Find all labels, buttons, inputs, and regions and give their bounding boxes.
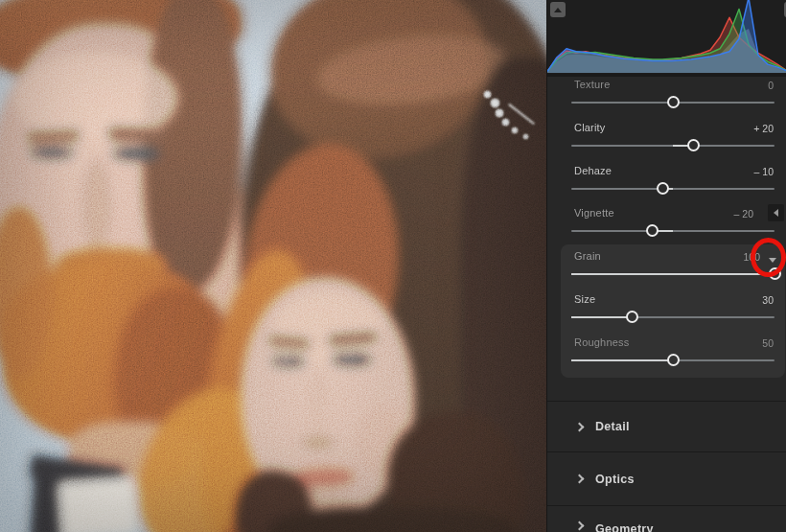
triangle-left-icon (774, 209, 778, 217)
slider-track[interactable] (571, 359, 774, 361)
section-geometry[interactable]: Geometry (547, 505, 786, 532)
section-detail[interactable]: Detail (547, 401, 786, 451)
chevron-right-icon (575, 474, 585, 484)
slider-knob[interactable] (667, 354, 680, 366)
slider-knob[interactable] (646, 224, 659, 237)
section-optics[interactable]: Optics (547, 451, 786, 505)
slider-value: 0 (768, 80, 774, 91)
section-label: Geometry (595, 522, 654, 532)
slider-label: Dehaze (574, 165, 612, 176)
histogram[interactable] (547, 0, 786, 74)
slider-track[interactable] (571, 273, 774, 275)
slider-value: + 20 (753, 123, 774, 134)
section-label: Detail (595, 420, 630, 433)
slider-value: 50 (762, 337, 774, 349)
triangle-down-icon (769, 258, 776, 263)
slider-track[interactable] (571, 102, 774, 104)
slider-track[interactable] (571, 230, 774, 232)
section-label: Optics (595, 473, 635, 486)
slider-label: Grain (574, 250, 601, 262)
slider-knob[interactable] (769, 267, 781, 280)
slider-clarity: Clarity + 20 (547, 120, 786, 160)
slider-value: – 10 (754, 166, 774, 177)
slider-dehaze: Dehaze – 10 (547, 163, 786, 203)
slider-label: Texture (574, 79, 610, 90)
triangle-up-icon (554, 8, 562, 12)
photo-canvas[interactable] (0, 0, 546, 532)
slider-value: 100 (743, 251, 760, 263)
panel-sections: Detail Optics Geometry (547, 401, 786, 532)
slider-label: Clarity (574, 122, 606, 133)
slider-label: Vignette (574, 207, 614, 219)
slider-texture: Texture 0 (547, 77, 786, 117)
chevron-right-icon (575, 521, 585, 531)
edit-panel: Texture 0 Clarity + 20 Dehaze – 10 Vigne… (546, 0, 786, 532)
slider-value: – 20 (734, 208, 753, 220)
slider-size: Size 30 (561, 291, 785, 332)
vignette-collapse-button[interactable] (768, 204, 784, 221)
grain-group-panel: Grain 100 Size 30 Roughness 50 (561, 244, 785, 378)
slider-value: 30 (762, 294, 774, 306)
slider-knob[interactable] (687, 139, 700, 151)
slider-knob[interactable] (626, 311, 638, 323)
slider-track[interactable] (571, 316, 774, 318)
slider-vignette: Vignette – 20 (547, 205, 786, 245)
slider-track[interactable] (571, 188, 774, 190)
chevron-right-icon (575, 422, 585, 431)
slider-grain: Grain 100 (561, 248, 785, 289)
slider-knob[interactable] (667, 96, 680, 108)
slider-track[interactable] (571, 145, 774, 147)
slider-label: Size (574, 293, 595, 305)
histogram-collapse-left-button[interactable] (550, 2, 566, 17)
hairpin (0, 0, 546, 532)
app-window: Texture 0 Clarity + 20 Dehaze – 10 Vigne… (0, 0, 786, 532)
slider-label: Roughness (574, 336, 629, 348)
slider-roughness: Roughness 50 (561, 335, 785, 375)
grain-dropdown-button[interactable] (765, 253, 780, 266)
slider-knob[interactable] (657, 182, 669, 195)
